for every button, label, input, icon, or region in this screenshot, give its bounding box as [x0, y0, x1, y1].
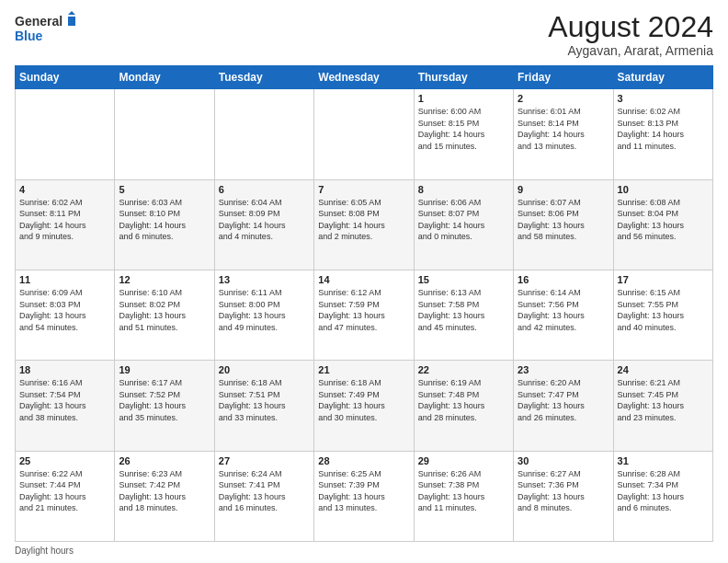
day-number: 16 [518, 274, 609, 285]
calendar-cell: 1Sunrise: 6:00 AM Sunset: 8:15 PM Daylig… [414, 89, 513, 179]
calendar-cell: 11Sunrise: 6:09 AM Sunset: 8:03 PM Dayli… [16, 270, 115, 360]
day-info: Sunrise: 6:20 AM Sunset: 7:47 PM Dayligh… [518, 377, 609, 423]
header-row: Sunday Monday Tuesday Wednesday Thursday… [16, 66, 713, 89]
calendar-cell: 16Sunrise: 6:14 AM Sunset: 7:56 PM Dayli… [514, 270, 613, 360]
day-number: 17 [618, 274, 709, 285]
day-info: Sunrise: 6:16 AM Sunset: 7:54 PM Dayligh… [19, 377, 110, 423]
calendar-cell: 23Sunrise: 6:20 AM Sunset: 7:47 PM Dayli… [514, 361, 613, 451]
col-tuesday: Tuesday [214, 66, 313, 89]
calendar-cell: 4Sunrise: 6:02 AM Sunset: 8:11 PM Daylig… [16, 179, 115, 270]
col-wednesday: Wednesday [314, 66, 414, 89]
day-info: Sunrise: 6:21 AM Sunset: 7:45 PM Dayligh… [618, 377, 709, 423]
col-friday: Friday [514, 66, 613, 89]
day-info: Sunrise: 6:01 AM Sunset: 8:14 PM Dayligh… [518, 106, 609, 152]
calendar-week-5: 25Sunrise: 6:22 AM Sunset: 7:44 PM Dayli… [16, 451, 713, 541]
calendar-cell: 29Sunrise: 6:26 AM Sunset: 7:38 PM Dayli… [414, 451, 513, 541]
svg-text:General: General [15, 14, 63, 29]
svg-marker-2 [68, 11, 75, 15]
calendar-cell: 21Sunrise: 6:18 AM Sunset: 7:49 PM Dayli… [314, 361, 414, 451]
calendar-cell: 18Sunrise: 6:16 AM Sunset: 7:54 PM Dayli… [16, 361, 115, 451]
calendar-week-3: 11Sunrise: 6:09 AM Sunset: 8:03 PM Dayli… [16, 270, 713, 360]
calendar-cell: 13Sunrise: 6:11 AM Sunset: 8:00 PM Dayli… [214, 270, 313, 360]
day-number: 2 [518, 93, 609, 104]
day-number: 18 [19, 364, 110, 375]
day-info: Sunrise: 6:07 AM Sunset: 8:06 PM Dayligh… [518, 197, 609, 243]
day-number: 9 [518, 184, 609, 195]
day-number: 5 [119, 184, 210, 195]
calendar-cell: 30Sunrise: 6:27 AM Sunset: 7:36 PM Dayli… [514, 451, 613, 541]
day-info: Sunrise: 6:28 AM Sunset: 7:34 PM Dayligh… [618, 468, 709, 514]
title-block: August 2024 Aygavan, Ararat, Armenia [548, 11, 713, 58]
page: General Blue August 2024 Aygavan, Ararat… [0, 0, 728, 563]
day-number: 6 [219, 184, 310, 195]
col-sunday: Sunday [16, 66, 115, 89]
day-info: Sunrise: 6:11 AM Sunset: 8:00 PM Dayligh… [219, 287, 310, 333]
calendar-cell: 17Sunrise: 6:15 AM Sunset: 7:55 PM Dayli… [613, 270, 712, 360]
day-info: Sunrise: 6:19 AM Sunset: 7:48 PM Dayligh… [418, 377, 509, 423]
day-number: 8 [418, 184, 509, 195]
page-subtitle: Aygavan, Ararat, Armenia [548, 43, 713, 58]
day-number: 3 [618, 93, 709, 104]
calendar-cell: 5Sunrise: 6:03 AM Sunset: 8:10 PM Daylig… [115, 179, 214, 270]
day-info: Sunrise: 6:06 AM Sunset: 8:07 PM Dayligh… [418, 197, 509, 243]
calendar-week-1: 1Sunrise: 6:00 AM Sunset: 8:15 PM Daylig… [16, 89, 713, 179]
day-number: 15 [418, 274, 509, 285]
calendar-week-4: 18Sunrise: 6:16 AM Sunset: 7:54 PM Dayli… [16, 361, 713, 451]
day-number: 13 [219, 274, 310, 285]
day-number: 28 [318, 455, 409, 466]
day-number: 26 [119, 455, 210, 466]
calendar-cell: 20Sunrise: 6:18 AM Sunset: 7:51 PM Dayli… [214, 361, 313, 451]
day-info: Sunrise: 6:27 AM Sunset: 7:36 PM Dayligh… [518, 468, 609, 514]
calendar-cell: 6Sunrise: 6:04 AM Sunset: 8:09 PM Daylig… [214, 179, 313, 270]
svg-rect-3 [68, 17, 75, 26]
calendar-cell: 10Sunrise: 6:08 AM Sunset: 8:04 PM Dayli… [613, 179, 712, 270]
day-number: 19 [119, 364, 210, 375]
calendar-cell: 8Sunrise: 6:06 AM Sunset: 8:07 PM Daylig… [414, 179, 513, 270]
calendar-cell [314, 89, 414, 179]
calendar-cell: 12Sunrise: 6:10 AM Sunset: 8:02 PM Dayli… [115, 270, 214, 360]
calendar-cell [16, 89, 115, 179]
calendar-table: Sunday Monday Tuesday Wednesday Thursday… [15, 65, 713, 542]
logo-svg: General Blue [15, 11, 79, 46]
header: General Blue August 2024 Aygavan, Ararat… [15, 11, 713, 58]
day-info: Sunrise: 6:22 AM Sunset: 7:44 PM Dayligh… [19, 468, 110, 514]
calendar-cell: 19Sunrise: 6:17 AM Sunset: 7:52 PM Dayli… [115, 361, 214, 451]
logo: General Blue [15, 11, 79, 46]
day-number: 30 [518, 455, 609, 466]
day-info: Sunrise: 6:23 AM Sunset: 7:42 PM Dayligh… [119, 468, 210, 514]
calendar: Sunday Monday Tuesday Wednesday Thursday… [15, 65, 713, 556]
day-info: Sunrise: 6:18 AM Sunset: 7:49 PM Dayligh… [318, 377, 409, 423]
day-number: 14 [318, 274, 409, 285]
day-info: Sunrise: 6:18 AM Sunset: 7:51 PM Dayligh… [219, 377, 310, 423]
day-number: 21 [318, 364, 409, 375]
day-number: 4 [19, 184, 110, 195]
day-info: Sunrise: 6:02 AM Sunset: 8:13 PM Dayligh… [618, 106, 709, 152]
day-number: 10 [618, 184, 709, 195]
day-info: Sunrise: 6:04 AM Sunset: 8:09 PM Dayligh… [219, 197, 310, 243]
calendar-cell: 24Sunrise: 6:21 AM Sunset: 7:45 PM Dayli… [613, 361, 712, 451]
day-number: 1 [418, 93, 509, 104]
calendar-cell: 9Sunrise: 6:07 AM Sunset: 8:06 PM Daylig… [514, 179, 613, 270]
calendar-cell: 22Sunrise: 6:19 AM Sunset: 7:48 PM Dayli… [414, 361, 513, 451]
col-saturday: Saturday [613, 66, 712, 89]
day-info: Sunrise: 6:13 AM Sunset: 7:58 PM Dayligh… [418, 287, 509, 333]
day-number: 11 [19, 274, 110, 285]
calendar-cell: 27Sunrise: 6:24 AM Sunset: 7:41 PM Dayli… [214, 451, 313, 541]
day-number: 23 [518, 364, 609, 375]
day-number: 27 [219, 455, 310, 466]
col-thursday: Thursday [414, 66, 513, 89]
day-info: Sunrise: 6:08 AM Sunset: 8:04 PM Dayligh… [618, 197, 709, 243]
calendar-cell: 14Sunrise: 6:12 AM Sunset: 7:59 PM Dayli… [314, 270, 414, 360]
day-info: Sunrise: 6:09 AM Sunset: 8:03 PM Dayligh… [19, 287, 110, 333]
footer-note: Daylight hours [15, 546, 713, 556]
calendar-cell: 15Sunrise: 6:13 AM Sunset: 7:58 PM Dayli… [414, 270, 513, 360]
calendar-cell: 31Sunrise: 6:28 AM Sunset: 7:34 PM Dayli… [613, 451, 712, 541]
day-number: 7 [318, 184, 409, 195]
calendar-cell: 25Sunrise: 6:22 AM Sunset: 7:44 PM Dayli… [16, 451, 115, 541]
calendar-cell: 26Sunrise: 6:23 AM Sunset: 7:42 PM Dayli… [115, 451, 214, 541]
day-number: 12 [119, 274, 210, 285]
svg-text:Blue: Blue [15, 29, 43, 43]
day-info: Sunrise: 6:10 AM Sunset: 8:02 PM Dayligh… [119, 287, 210, 333]
calendar-cell [115, 89, 214, 179]
day-info: Sunrise: 6:12 AM Sunset: 7:59 PM Dayligh… [318, 287, 409, 333]
